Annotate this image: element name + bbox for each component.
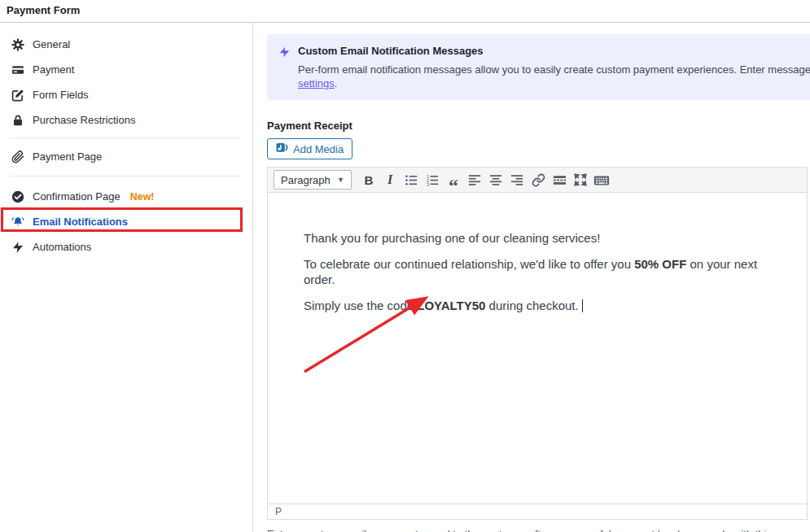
element-path: P — [275, 506, 282, 517]
bold-button[interactable]: B — [358, 170, 379, 190]
sidebar-item-general[interactable]: General — [0, 32, 252, 57]
svg-text:3: 3 — [426, 181, 428, 186]
wysiwyg-editor: Paragraph ▼ B I 1 2 3 “ — [267, 167, 808, 520]
sidebar-item-purchase-restrictions[interactable]: Purchase Restrictions — [0, 107, 252, 133]
info-banner: Custom Email Notification Messages Per-f… — [267, 34, 810, 100]
credit-card-icon — [11, 63, 24, 76]
align-left-icon[interactable] — [464, 170, 485, 190]
sidebar-divider — [10, 137, 241, 138]
sidebar-item-automations[interactable]: Automations — [0, 234, 252, 259]
toolbar-toggle-icon[interactable] — [591, 170, 612, 190]
link-icon[interactable] — [528, 170, 549, 190]
editor-paragraph: Simply use the code LOYALTY50 during che… — [304, 298, 790, 313]
sidebar-item-label: Purchase Restrictions — [33, 114, 135, 126]
editor-paragraph: To celebrate our continued relationship,… — [304, 256, 790, 287]
lightning-icon — [11, 241, 24, 254]
main-content: Custom Email Notification Messages Per-f… — [253, 23, 810, 532]
text-cursor — [582, 299, 584, 312]
check-circle-icon — [11, 190, 24, 203]
banner-description: Per-form email notification messages all… — [298, 63, 810, 90]
blockquote-icon[interactable]: “ — [443, 170, 464, 190]
settings-link[interactable]: settings — [298, 77, 335, 89]
bulleted-list-icon[interactable] — [401, 170, 422, 190]
paragraph-format-dropdown[interactable]: Paragraph ▼ — [274, 170, 352, 190]
sidebar-item-label: General — [33, 38, 70, 50]
bell-icon — [11, 216, 24, 229]
lightning-icon — [278, 46, 291, 59]
sidebar-item-payment[interactable]: Payment — [0, 57, 252, 82]
edit-icon — [11, 89, 24, 102]
new-badge: New! — [130, 191, 155, 203]
field-help-text: Enter a custom email message to send to … — [267, 528, 810, 532]
sidebar-item-payment-page[interactable]: Payment Page — [0, 144, 252, 169]
editor-status-bar: P — [268, 504, 807, 519]
gear-icon — [11, 38, 24, 51]
sidebar-item-label: Payment — [33, 63, 74, 76]
editor-paragraph: Thank you for purchasing one of our clea… — [304, 230, 790, 246]
paperclip-icon — [11, 150, 24, 164]
sidebar-item-label: Form Fields — [33, 89, 89, 101]
sidebar-item-label: Email Notifications — [33, 216, 128, 228]
align-right-icon[interactable] — [506, 170, 528, 190]
editor-text-area[interactable]: Thank you for purchasing one of our clea… — [268, 193, 807, 504]
add-media-button[interactable]: Add Media — [267, 138, 352, 159]
lock-icon — [11, 114, 24, 127]
numbered-list-icon[interactable]: 1 2 3 — [422, 170, 443, 190]
fullscreen-icon[interactable] — [570, 170, 591, 190]
align-center-icon[interactable] — [485, 170, 506, 190]
sidebar-item-form-fields[interactable]: Form Fields — [0, 82, 252, 107]
sidebar-item-confirmation-page[interactable]: Confirmation Page New! — [0, 184, 252, 209]
sidebar-item-label: Automations — [33, 241, 91, 253]
banner-title: Custom Email Notification Messages — [298, 45, 810, 57]
payment-receipt-label: Payment Receipt — [267, 120, 810, 132]
sidebar-item-email-notifications[interactable]: Email Notifications — [0, 209, 252, 234]
media-icon — [276, 142, 288, 156]
page-header: Payment Form — [0, 0, 810, 23]
read-more-icon[interactable] — [549, 170, 570, 190]
italic-button[interactable]: I — [379, 170, 401, 190]
page-title: Payment Form — [7, 4, 80, 16]
settings-sidebar: General Payment Form Fields Purc — [0, 23, 253, 532]
editor-toolbar: Paragraph ▼ B I 1 2 3 “ — [268, 168, 807, 193]
sidebar-item-label: Confirmation Page — [33, 190, 120, 203]
sidebar-item-label: Payment Page — [33, 150, 102, 163]
chevron-down-icon: ▼ — [337, 176, 344, 184]
sidebar-divider — [10, 176, 241, 177]
